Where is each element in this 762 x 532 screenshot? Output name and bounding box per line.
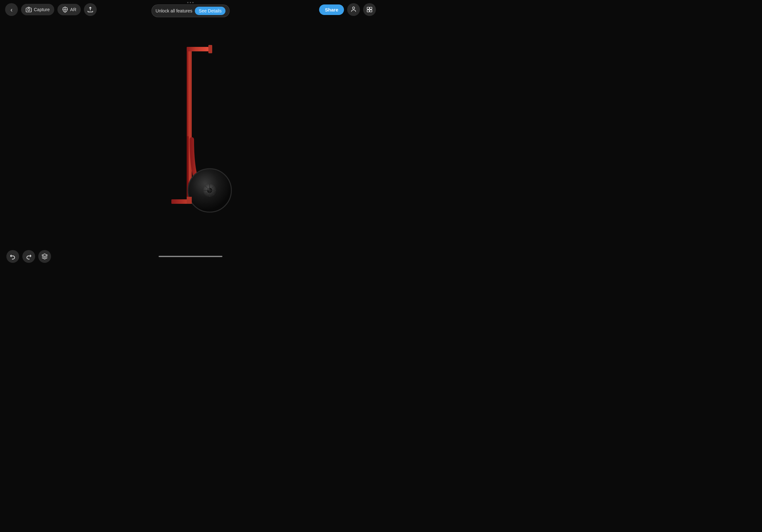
- svg-point-1: [28, 9, 30, 11]
- ar-icon: [62, 6, 68, 13]
- svg-rect-4: [370, 7, 372, 10]
- ar-button[interactable]: AR: [57, 4, 81, 15]
- back-button[interactable]: ‹: [5, 3, 18, 16]
- see-details-button[interactable]: See Details: [195, 7, 226, 15]
- person-icon: [350, 6, 357, 13]
- capture-button[interactable]: Capture: [21, 4, 54, 15]
- bottom-left: [6, 250, 51, 263]
- canvas-area: [0, 19, 381, 247]
- share-button[interactable]: Share: [319, 4, 344, 15]
- redo-icon: [26, 253, 32, 260]
- person-button[interactable]: [347, 3, 360, 16]
- layers-button[interactable]: [38, 250, 51, 263]
- hand-truck-3d: [139, 40, 242, 226]
- back-icon: ‹: [11, 6, 13, 13]
- ar-label: AR: [70, 7, 76, 12]
- undo-button[interactable]: [6, 250, 19, 263]
- svg-rect-5: [367, 10, 369, 12]
- svg-rect-3: [367, 7, 369, 10]
- toolbar-left: ‹ Capture AR: [5, 3, 97, 16]
- upload-button[interactable]: [84, 3, 97, 16]
- bottom-center: [159, 256, 222, 257]
- layout-icon: [366, 6, 373, 13]
- camera-icon: [26, 6, 32, 13]
- layout-button[interactable]: [363, 3, 376, 16]
- svg-point-2: [64, 9, 66, 11]
- svg-rect-9: [208, 45, 212, 53]
- capture-label: Capture: [34, 7, 50, 12]
- layers-icon: [41, 253, 48, 260]
- upload-icon: [87, 6, 94, 13]
- scroll-bar[interactable]: [159, 256, 222, 257]
- dot-1: [187, 2, 189, 3]
- bottom-toolbar: [0, 247, 381, 266]
- dots-row: [187, 2, 194, 3]
- undo-icon: [10, 253, 16, 260]
- unlock-banner: Unlock all features See Details: [152, 4, 230, 17]
- dot-2: [190, 2, 191, 3]
- svg-rect-6: [370, 10, 372, 12]
- top-toolbar: ‹ Capture AR: [0, 0, 381, 19]
- toolbar-center: Unlock all features See Details: [152, 2, 230, 17]
- svg-rect-21: [187, 197, 192, 204]
- svg-rect-8: [187, 47, 209, 51]
- redo-button[interactable]: [22, 250, 35, 263]
- dot-3: [192, 2, 194, 3]
- toolbar-right: Share: [319, 3, 376, 16]
- unlock-text: Unlock all features: [156, 8, 192, 13]
